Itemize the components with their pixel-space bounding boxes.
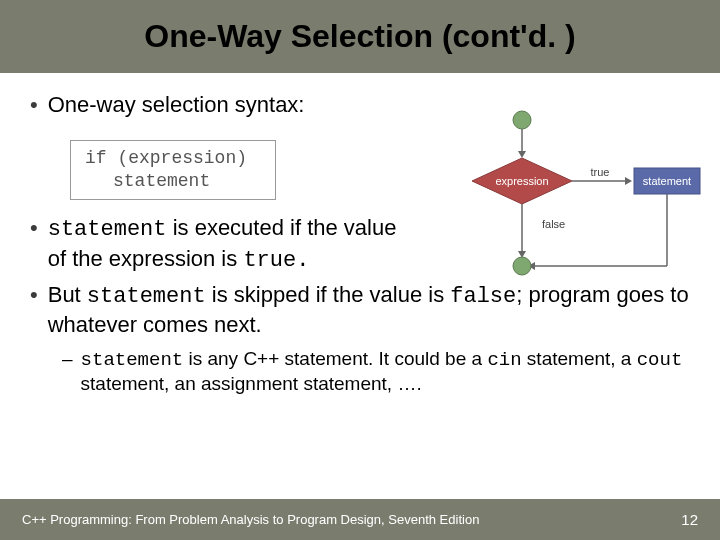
header-band: One-Way Selection (cont'd. ) xyxy=(0,0,720,73)
bullet-3-text: But statement is skipped if the value is… xyxy=(48,281,690,339)
flow-true-label: true xyxy=(591,166,610,178)
sub-bullet: – statement is any C++ statement. It cou… xyxy=(62,347,690,397)
code-inline-cout: cout xyxy=(637,349,683,371)
code-line-1: if (expression) xyxy=(85,147,247,170)
bullet-2: • statement is executed if the value of … xyxy=(30,214,410,274)
flowchart-diagram: expression true statement false xyxy=(412,106,702,284)
bullet-dot: • xyxy=(30,281,38,310)
code-inline-statement: statement xyxy=(87,284,206,309)
flow-end-icon xyxy=(513,257,531,275)
code-inline-statement: statement xyxy=(81,349,184,371)
page-number: 12 xyxy=(681,511,698,528)
syntax-code-box: if (expression) statement xyxy=(70,140,276,201)
flow-expression-label: expression xyxy=(495,175,548,187)
bullet-3-mid: is skipped if the value is xyxy=(206,282,451,307)
bullet-3: • But statement is skipped if the value … xyxy=(30,281,690,339)
code-inline-false: false xyxy=(450,284,516,309)
footer-band: C++ Programming: From Problem Analysis t… xyxy=(0,499,720,540)
code-line-2: statement xyxy=(85,170,247,193)
bullet-1-text: One-way selection syntax: xyxy=(48,91,305,119)
flow-statement-label: statement xyxy=(643,175,691,187)
sub-mid1: is any C++ statement. It could be a xyxy=(183,348,487,369)
bullet-dot: • xyxy=(30,91,38,120)
svg-marker-3 xyxy=(625,177,632,185)
bullet-3-pre: But xyxy=(48,282,87,307)
flow-start-icon xyxy=(513,111,531,129)
flow-false-label: false xyxy=(542,218,565,230)
code-inline-cin: cin xyxy=(487,349,521,371)
sub-mid2: statement, a xyxy=(522,348,637,369)
footer-text: C++ Programming: From Problem Analysis t… xyxy=(22,512,479,527)
bullet-2-text: statement is executed if the value of th… xyxy=(48,214,410,274)
sub-post: statement, an assignment statement, …. xyxy=(81,373,422,394)
svg-marker-1 xyxy=(518,151,526,158)
page-title: One-Way Selection (cont'd. ) xyxy=(0,18,720,55)
code-inline-statement: statement xyxy=(48,217,167,242)
sub-bullet-text: statement is any C++ statement. It could… xyxy=(81,347,690,397)
sub-dash: – xyxy=(62,347,73,372)
code-inline-true: true. xyxy=(243,248,309,273)
bullet-dot: • xyxy=(30,214,38,243)
